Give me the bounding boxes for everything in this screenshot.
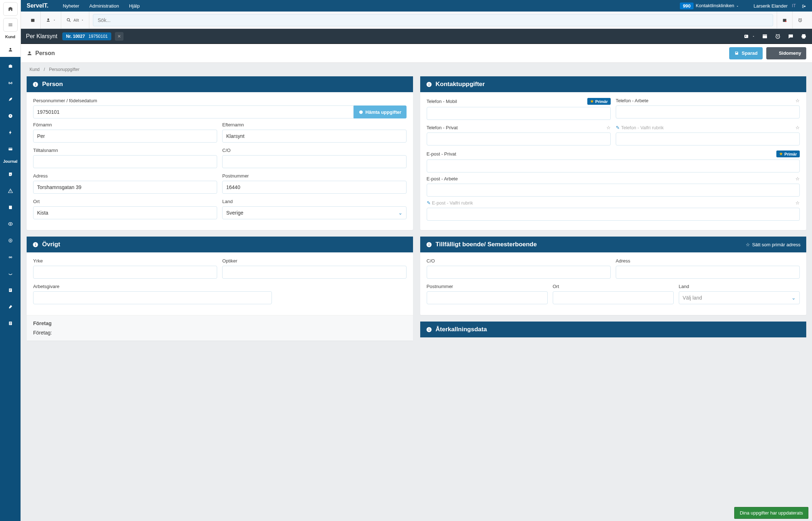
adress-input[interactable] — [33, 181, 217, 194]
tel-privat-input[interactable] — [427, 133, 611, 145]
topbar: ServeIT. Nyheter Administration Hjälp 99… — [21, 0, 812, 12]
leaf-icon — [8, 97, 13, 102]
rail-icon-report[interactable] — [0, 283, 21, 297]
rail-icon-warning[interactable] — [0, 184, 21, 198]
customer-nr: Nr. 10027 — [66, 34, 85, 39]
temp-co-input[interactable] — [427, 266, 611, 279]
pencil-icon[interactable]: ✎ — [427, 200, 431, 206]
rail-icon-person[interactable] — [0, 42, 21, 57]
eye-icon — [8, 221, 13, 226]
rail-icon-bolt[interactable] — [0, 125, 21, 140]
rail-icon-list[interactable] — [0, 316, 21, 331]
logout-button[interactable] — [802, 3, 806, 8]
user-name: Larserik Elander — [754, 3, 788, 9]
rail-icon-eye[interactable] — [0, 217, 21, 231]
svg-point-11 — [67, 18, 69, 21]
temp-land-label: Land — [679, 284, 800, 289]
calendar-button[interactable] — [25, 12, 41, 29]
pencil-icon[interactable]: ✎ — [616, 125, 620, 130]
epost-privat-label: E-post - Privat — [427, 151, 456, 157]
foretag-subsection: Företag Företag: — [27, 315, 413, 341]
warning-icon — [8, 188, 13, 193]
ort-label: Ort — [33, 199, 217, 204]
user-menu-button[interactable] — [41, 12, 61, 29]
toast: Dina uppgifter har uppdaterats — [734, 507, 808, 519]
saved-button[interactable]: Sparad — [729, 47, 763, 59]
rail-icon-brush[interactable] — [0, 300, 21, 314]
temp-ort-input[interactable] — [553, 291, 674, 304]
star-toggle[interactable]: ☆ — [795, 176, 800, 181]
rail-icon-note[interactable] — [0, 167, 21, 181]
efternamn-input[interactable] — [222, 130, 406, 143]
eyelash-icon — [8, 271, 13, 276]
chevron-down-icon: ⌄ — [398, 210, 403, 216]
tilltal-input[interactable] — [33, 155, 217, 168]
sliders-icon — [771, 51, 776, 55]
cust-id-button[interactable] — [744, 32, 755, 40]
star-toggle[interactable]: ☆ — [795, 125, 800, 130]
nav-hjalp[interactable]: Hjälp — [129, 3, 140, 9]
search-input[interactable] — [93, 14, 773, 26]
ort-input[interactable] — [33, 206, 217, 219]
recall-panel: Återkallningsdata — [420, 322, 807, 337]
land-select[interactable]: Sverige ⌄ — [222, 206, 406, 219]
pnr-input[interactable] — [33, 105, 354, 118]
temp-postnr-input[interactable] — [427, 291, 548, 304]
clinic-selector[interactable]: Kontaktlinskliniken — [696, 3, 739, 8]
optiker-input[interactable] — [222, 266, 406, 279]
customer-id-pill: Nr. 10027 19750101 — [62, 32, 111, 40]
rail-icon-glasses[interactable] — [0, 76, 21, 90]
star-icon: ★ — [590, 99, 594, 104]
rail-icon-card[interactable] — [0, 142, 21, 156]
fornamn-input[interactable] — [33, 130, 217, 143]
epost-custom-label: E-post - Valfri rubrik — [432, 200, 473, 206]
svg-point-4 — [10, 223, 11, 225]
info-icon — [426, 242, 432, 248]
star-toggle[interactable]: ☆ — [795, 98, 800, 103]
epost-privat-input[interactable] — [427, 160, 800, 172]
set-primary-button[interactable]: ☆ Sätt som primär adress — [746, 242, 800, 247]
user-icon — [46, 18, 51, 23]
rail-icon-eyelash[interactable] — [0, 266, 21, 281]
tel-custom-input[interactable] — [616, 133, 800, 145]
temp-adress-input[interactable] — [616, 266, 800, 279]
svg-rect-14 — [744, 35, 748, 38]
co-input[interactable] — [222, 155, 406, 168]
calendar-alert-button[interactable] — [777, 12, 792, 29]
star-toggle[interactable]: ☆ — [795, 200, 800, 206]
star-toggle[interactable]: ☆ — [606, 125, 611, 130]
logout-icon — [802, 4, 806, 9]
nav-administration[interactable]: Administration — [89, 3, 119, 9]
epost-arbete-input[interactable] — [427, 184, 800, 197]
rail-icon-target[interactable] — [0, 233, 21, 248]
cust-print-button[interactable] — [800, 32, 807, 40]
temp-land-select[interactable]: Välj land ⌄ — [679, 291, 800, 304]
nav-nyheter[interactable]: Nyheter — [63, 3, 79, 9]
fetch-button[interactable]: Hämta uppgifter — [354, 105, 407, 118]
cust-alarm-button[interactable] — [775, 32, 781, 40]
crumb-kund[interactable]: Kund — [30, 67, 40, 72]
rail-icon-goggles[interactable] — [0, 250, 21, 264]
menu-button[interactable] — [3, 18, 18, 32]
primary-badge[interactable]: ★Primär — [587, 98, 611, 105]
message-icon — [788, 33, 794, 40]
tel-arbete-input[interactable] — [616, 105, 800, 118]
epost-custom-input[interactable] — [427, 208, 800, 221]
sidemenu-button[interactable]: Sidomeny — [766, 47, 806, 59]
rail-icon-feather[interactable] — [0, 92, 21, 107]
cust-message-button[interactable] — [788, 32, 794, 40]
rail-icon-book[interactable] — [0, 200, 21, 215]
rail-icon-clock[interactable] — [0, 109, 21, 123]
close-customer-button[interactable]: ✕ — [115, 32, 124, 41]
rail-icon-briefcase[interactable] — [0, 59, 21, 73]
alarm-button[interactable] — [792, 12, 808, 29]
yrke-input[interactable] — [33, 266, 217, 279]
primary-badge[interactable]: ★Primär — [776, 151, 800, 157]
tel-mobil-input[interactable] — [427, 107, 611, 120]
arbetsgivare-label: Arbetsgivare — [33, 284, 272, 289]
home-button[interactable] — [3, 2, 18, 16]
postnr-input[interactable] — [222, 181, 406, 194]
arbetsgivare-input[interactable] — [33, 291, 272, 304]
search-filter-button[interactable]: Allt — [61, 12, 89, 29]
cust-window-button[interactable] — [762, 32, 768, 40]
